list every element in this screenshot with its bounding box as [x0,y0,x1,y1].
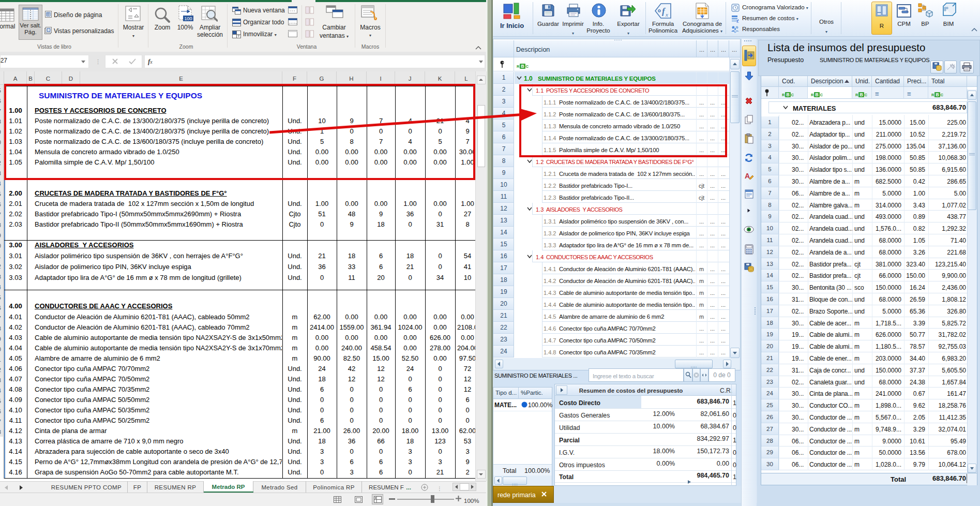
svg-text:x: x [665,11,668,18]
svg-text:A: A [745,172,750,180]
svg-text:Σ: Σ [736,19,739,23]
svg-text:100: 100 [184,16,192,21]
